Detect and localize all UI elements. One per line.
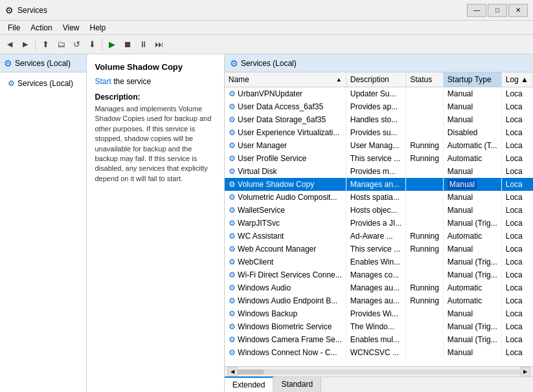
service-startup-cell: Manual (Trig... [443,320,501,333]
table-row[interactable]: ⚙ WalletService Hosts objec... Manual Lo… [225,204,533,217]
nav-header-title: Services (Local) [15,59,71,68]
services-table: Name ▲ Description Status Startup Type [225,72,533,359]
table-row[interactable]: ⚙ Windows Audio Endpoint B... Manages au… [225,294,533,307]
scroll-left-arrow[interactable]: ◀ [227,367,238,377]
table-row[interactable]: ⚙ WarpJITSvc Provides a JI... Manual (Tr… [225,217,533,230]
service-desc-cell: Provides m... [346,165,405,178]
col-header-startup[interactable]: Startup Type [443,72,501,87]
service-desc-cell: The Windo... [346,320,405,333]
selected-service-name: Volume Shadow Copy [95,62,216,72]
menu-view[interactable]: View [58,22,85,33]
toolbar-back[interactable]: ◀ [3,38,17,52]
service-status-cell [406,256,444,268]
h-scroll-track[interactable] [238,369,520,375]
service-logon-cell: Loca [501,346,532,359]
service-logon-cell: Loca [501,191,532,204]
table-row[interactable]: ⚙ Web Account Manager This service ... R… [225,243,533,256]
toolbar-folder[interactable]: 🗂 [54,38,68,52]
col-header-description[interactable]: Description [346,72,405,87]
col-name-sort: ▲ [336,76,342,83]
service-name-cell: ⚙ WebClient [225,256,346,268]
table-row[interactable]: ⚙ Windows Camera Frame Se... Enables mul… [225,333,533,346]
service-status-cell [406,307,444,320]
toolbar-export[interactable]: ⬇ [85,38,99,52]
col-header-status[interactable]: Status [406,72,444,87]
toolbar-pause[interactable]: ⏸ [136,38,150,52]
service-icon: ⚙ [229,296,236,305]
toolbar-restart[interactable]: ⏭ [152,38,166,52]
service-name-cell: ⚙ User Experience Virtualizati... [225,126,346,139]
toolbar-up[interactable]: ⬆ [38,38,52,52]
table-row[interactable]: ⚙ Wi-Fi Direct Services Conne... Manages… [225,268,533,281]
service-desc-cell: Hosts objec... [346,204,405,217]
service-startup-cell: Manual (Trig... [443,333,501,346]
col-header-name[interactable]: Name ▲ [225,72,346,87]
service-logon-cell: Loca [501,320,532,333]
table-row[interactable]: ⚙ User Profile Service This service ... … [225,152,533,165]
table-row[interactable]: ⚙ Windows Backup Provides Wi... Manual L… [225,307,533,320]
service-desc-cell: Hosts spatia... [346,191,405,204]
col-header-logon[interactable]: Log ▲ [501,72,532,87]
service-icon: ⚙ [229,322,236,331]
service-desc-cell: Provides Wi... [346,307,405,320]
service-logon-cell: Loca [501,294,532,307]
nav-panel: ⚙ Services (Local) ⚙ Services (Local) [0,54,87,392]
col-startup-label: Startup Type [448,75,492,84]
menu-help[interactable]: Help [85,22,111,33]
toolbar-forward[interactable]: ▶ [18,38,32,52]
table-row[interactable]: ⚙ UrbanVPNUpdater Updater Su... Manual L… [225,87,533,101]
table-row[interactable]: ⚙ Windows Audio Manages au... Running Au… [225,281,533,294]
maximize-button[interactable]: □ [488,4,507,17]
service-icon: ⚙ [229,232,236,241]
service-name-cell: ⚙ WC Assistant [225,230,346,243]
minimize-button[interactable]: — [467,4,486,17]
nav-tree-icon: ⚙ [8,79,15,88]
nav-tree-services-local[interactable]: ⚙ Services (Local) [5,78,81,89]
table-header-row: Name ▲ Description Status Startup Type [225,72,533,87]
close-button[interactable]: ✕ [508,4,528,17]
services-table-container[interactable]: Name ▲ Description Status Startup Type [225,72,533,366]
service-name-cell: ⚙ Windows Audio [225,281,346,294]
service-startup-cell: Manual [443,191,501,204]
services-header-title: Services (Local) [241,59,297,68]
toolbar-start[interactable]: ▶ [105,38,119,52]
service-startup-cell: Automatic [443,281,501,294]
start-service-text: the service [111,77,151,86]
service-status-cell [406,113,444,126]
service-name-cell: ⚙ Windows Audio Endpoint B... [225,294,346,307]
service-icon: ⚙ [229,219,236,228]
service-name-cell: ⚙ Windows Biometric Service [225,320,346,333]
table-row[interactable]: ⚙ Volumetric Audio Composit... Hosts spa… [225,191,533,204]
service-startup-cell: Automatic (T... [443,139,501,152]
table-row[interactable]: ⚙ Windows Connect Now - C... WCNCSVC ...… [225,346,533,359]
menu-action[interactable]: Action [25,22,57,33]
table-row[interactable]: ⚙ Windows Biometric Service The Windo...… [225,320,533,333]
tab-extended[interactable]: Extended [225,376,274,392]
service-icon: ⚙ [229,102,236,111]
toolbar-stop[interactable]: ⏹ [120,38,135,52]
service-desc-cell: Enables Win... [346,256,405,268]
table-row[interactable]: ⚙ User Data Storage_6af35 Handles sto...… [225,113,533,126]
table-row[interactable]: ⚙ WebClient Enables Win... Manual (Trig.… [225,256,533,268]
horizontal-scroll[interactable]: ◀ ▶ [225,366,533,376]
table-row[interactable]: ⚙ WC Assistant Ad-Aware ... Running Auto… [225,230,533,243]
start-service-link[interactable]: Start [95,77,111,86]
tab-standard[interactable]: Standard [273,377,321,392]
table-row[interactable]: ⚙ User Experience Virtualizati... Provid… [225,126,533,139]
h-scroll-thumb [238,369,264,375]
table-row[interactable]: ⚙ User Data Access_6af35 Provides ap... … [225,100,533,113]
scroll-right-arrow[interactable]: ▶ [520,367,530,377]
menu-file[interactable]: File [3,22,25,33]
toolbar-refresh[interactable]: ↺ [69,38,84,52]
service-startup-cell: Manual [443,204,501,217]
service-status-cell: Running [406,243,444,256]
title-controls: — □ ✕ [467,4,528,17]
service-icon: ⚙ [229,180,236,189]
service-desc-cell: Handles sto... [346,113,405,126]
table-row[interactable]: ⚙ Volume Shadow Copy Manages an... Manua… [225,178,533,191]
service-icon: ⚙ [229,141,236,150]
table-row[interactable]: ⚙ Virtual Disk Provides m... Manual Loca [225,165,533,178]
table-row[interactable]: ⚙ User Manager User Manag... Running Aut… [225,139,533,152]
service-startup-cell: Manual [443,178,501,191]
nav-content: ⚙ Services (Local) [0,72,86,392]
